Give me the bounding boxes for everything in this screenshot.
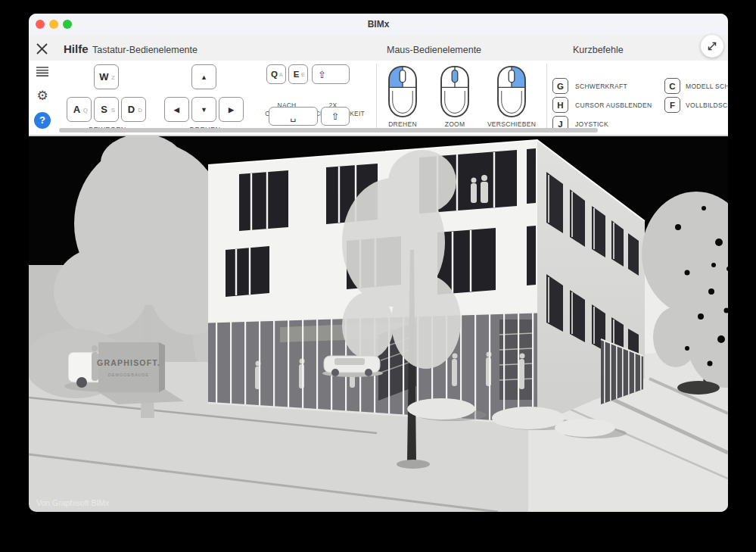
window-title: BIMx <box>29 19 728 30</box>
key-arrow-down: ▼ <box>191 97 216 122</box>
space-icon: ␣ <box>290 111 296 122</box>
help-icon: ? <box>39 114 45 126</box>
sign-title: GRAPHISOFT. <box>97 358 160 367</box>
close-icon <box>35 42 49 56</box>
navigation-list-button[interactable] <box>36 66 49 77</box>
expand-icon <box>706 40 718 52</box>
arrow-down-icon: ▼ <box>201 106 207 114</box>
mouse-zoom-icon <box>437 65 472 118</box>
bimx-window: BIMx Hilfe Tastatur-Bedienelemente Maus-… <box>29 14 728 512</box>
mouse-rotate-label: DREHEN <box>372 120 433 128</box>
shift-icon: ⇧ <box>331 111 340 122</box>
shortcut-label-model-cut: MODELL SCHNITT <box>686 83 728 90</box>
mouse-pan-icon <box>494 65 529 118</box>
mouse-pan-label: VERSCHIEBEN <box>475 120 548 128</box>
gear-icon: ⚙ <box>36 89 48 103</box>
mouse-section-title: Maus-Bedienelemente <box>387 45 481 55</box>
shortcut-label-fullscreen: VOLLBILDSCHIRM <box>686 101 728 109</box>
arrow-right-icon: ▶ <box>229 106 234 114</box>
key-q: Q A <box>266 64 286 84</box>
help-panel-scrollbar[interactable] <box>59 128 598 133</box>
shortcut-label-gravity: SCHWERKRAFT <box>575 83 627 90</box>
arrow-up-icon: ▲ <box>201 73 207 81</box>
shift-icon: ⇧ <box>318 69 326 80</box>
keyboard-section-title: Tastatur-Bedienelemente <box>92 45 198 55</box>
model-viewport[interactable]: GRAPHISOFT. DEMOGEBÄUDE Von Graphisoft B… <box>29 136 728 512</box>
key-arrow-left: ◀ <box>164 97 189 122</box>
shortcut-key-h: H <box>552 97 568 113</box>
help-button-active[interactable]: ? <box>34 112 51 129</box>
shortcut-key-c: C <box>664 78 680 94</box>
shortcut-label-hide-cursor: CURSOR AUSBLENDEN <box>575 101 652 109</box>
shortcuts-section-title: Kurzbefehle <box>573 45 624 55</box>
arrow-left-icon: ◀ <box>174 106 179 114</box>
close-help-button[interactable] <box>35 42 49 56</box>
sign-subtitle: DEMOGEBÄUDE <box>108 373 149 377</box>
shortcut-key-g: G <box>552 78 568 94</box>
key-shift-top: ⇧ <box>312 64 350 84</box>
key-w: W Z <box>94 64 119 89</box>
key-arrow-up: ▲ <box>191 64 216 89</box>
key-e: E E <box>288 64 308 84</box>
help-panel-title: Hilfe <box>64 42 89 55</box>
shortcut-label-joystick: JOYSTICK <box>575 120 608 128</box>
expand-help-button[interactable] <box>701 35 723 58</box>
key-arrow-right: ▶ <box>219 97 244 122</box>
desktop: { "window": { "title": "BIMx" }, "help":… <box>0 0 756 552</box>
key-a: A Q <box>67 97 92 122</box>
key-d: D D <box>121 97 146 122</box>
mouse-rotate-icon <box>385 65 420 118</box>
titlebar: BIMx <box>29 14 728 36</box>
key-space: ␣ <box>269 107 318 126</box>
car <box>322 356 383 377</box>
watermark: Von Graphisoft BIMx <box>36 498 110 507</box>
shortcut-key-f: F <box>664 97 680 113</box>
list-icon <box>36 66 49 77</box>
settings-button[interactable]: ⚙ <box>34 88 51 104</box>
key-shift-bottom: ⇧ <box>321 107 350 126</box>
key-s: S S <box>94 97 119 122</box>
